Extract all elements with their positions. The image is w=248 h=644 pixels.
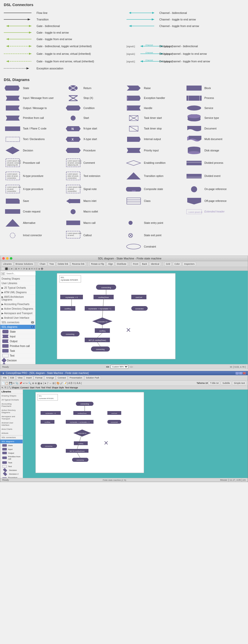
rect-tool: □ (7, 386, 8, 389)
win-close[interactable]: ✕ (243, 372, 246, 374)
win-lib-arttools[interactable]: Arttools (0, 431, 23, 435)
win-insert-btn[interactable]: Insert (24, 376, 33, 380)
distribute-btn[interactable]: Distribute (115, 262, 128, 266)
lib-accounting[interactable]: ▶ Accounting Flowcharts (0, 302, 35, 307)
sidebar-decision[interactable]: Decision (0, 358, 35, 363)
win-shape-input[interactable]: Input (0, 447, 23, 451)
shape-onpage-ref: On-page reference (185, 183, 244, 195)
browse-solutions-btn[interactable]: Browse Solutions (14, 262, 35, 266)
win-shape-output[interactable]: Output (0, 451, 23, 455)
win-title-txt-btn[interactable]: T-title txt (208, 381, 220, 385)
svg-text:conConf: conConf (111, 413, 117, 414)
lib-aerospace[interactable]: ▶ Aerospace and Transport (0, 311, 35, 316)
win-shape-primitive[interactable]: Primitive from call (0, 455, 23, 461)
win-shape-state[interactable]: State (0, 444, 23, 447)
sidebar-task[interactable]: Task (0, 348, 35, 353)
lib-aws[interactable]: ▶ AWS Architecture Diagrams (0, 295, 35, 302)
front-btn[interactable]: Front (131, 262, 140, 266)
svg-rect-71 (5, 126, 20, 131)
lib-sdl-connectors[interactable]: SDL connectors 0 (0, 320, 35, 325)
win-minimize[interactable]: _ (236, 372, 239, 374)
lib-drawing-shapes[interactable]: Drawing Shapes (0, 277, 35, 281)
rotate-flip-btn[interactable]: Rotate & Flip (89, 262, 106, 266)
sidebar-state[interactable]: State (0, 329, 35, 334)
macro-outlet-label: Macro outlet (83, 210, 98, 213)
win-shape-decision[interactable]: Decision (0, 468, 23, 472)
win-sidebar: Libraries Drawing Shapes 25 Typical Orch… (0, 390, 23, 478)
svg-text:[signal1]: [signal1] (127, 45, 135, 48)
lib-user-libraries[interactable]: User Libraries (0, 281, 35, 286)
win-simple-text-btn[interactable]: Simple text (232, 381, 246, 385)
channel-from-label: Channel - toggle from end arrow (159, 24, 199, 28)
reverse-link-btn[interactable]: Reverse link (71, 262, 86, 266)
delete-link-btn[interactable]: Delete link (56, 262, 70, 266)
identical-btn[interactable]: Identical (149, 262, 161, 266)
text-manage-label: Text Manage (65, 386, 78, 389)
zoom-select[interactable]: Custom 56% (111, 365, 128, 369)
shape-composite: Composite state (125, 183, 184, 195)
gate-bi-icon (4, 24, 34, 28)
sidebar-text[interactable]: Text (0, 353, 35, 358)
win-lib-orcharts[interactable]: 25 Typical Orcharts (0, 398, 23, 402)
lib-orcharts[interactable]: ▶ 25 Typical Orcharts (0, 286, 35, 290)
task-icon (5, 126, 21, 132)
search-input[interactable] (5, 272, 36, 276)
win-edit-btn[interactable]: Edit (9, 376, 16, 380)
maximize-button[interactable] (10, 257, 12, 260)
win-lib-sdl-conn[interactable]: SDL connectors (0, 435, 23, 440)
win-presentation-btn[interactable]: Presentation (68, 376, 84, 380)
grid-btn[interactable]: Grid (164, 262, 172, 266)
macro-inlet-label: Macro inlet (83, 199, 96, 203)
win-connect-btn[interactable]: Connect (56, 376, 68, 380)
lib-active-dir[interactable]: ▶ Active Directory Diagrams (0, 307, 35, 311)
sidebar-input[interactable]: Input (0, 334, 35, 339)
canvas-1[interactable]: DCL myVariable INTEGER; connecting myVar… (36, 271, 248, 364)
chain-btn[interactable]: Chain (38, 262, 47, 266)
win-file-btn[interactable]: File (2, 376, 8, 380)
win-solution-btn[interactable]: Solution Park (84, 376, 101, 380)
win-format-btn[interactable]: Format (34, 376, 44, 380)
win-arrange-btn[interactable]: Arrange (44, 376, 55, 380)
sidebar-primitive[interactable]: Primitive from call (0, 344, 35, 348)
minimize-button[interactable] (6, 257, 9, 260)
win-lib-activedir[interactable]: Active Directory Diagrams (0, 408, 23, 415)
create-req-label: Create request (23, 210, 40, 213)
win-view-btn[interactable]: View (16, 376, 24, 380)
tree-btn[interactable]: Tree (48, 262, 55, 266)
lib-android[interactable]: ▶ Android User Interface (0, 316, 35, 320)
win-lib-accounting[interactable]: Accounting Flowcharts (0, 402, 23, 408)
svg-marker-132 (6, 219, 20, 227)
disk-storage-label: Disk storage (204, 149, 219, 152)
win-lib-aerospace[interactable]: Aerospace and Transport (0, 415, 23, 421)
win-canvas[interactable]: DCL myVariable INTEGER; connecting myVar… (23, 390, 248, 478)
shape-transition-opt: Transition option (125, 170, 184, 182)
lib-atm-uml[interactable]: ▶ ATM UML Diagrams (0, 290, 35, 295)
win-lib-drawing[interactable]: Drawing Shapes (0, 394, 23, 398)
shape-input: Input / Message from user (4, 94, 63, 103)
win-lib-sdl-diag[interactable]: SDL diagrams (0, 440, 23, 444)
win-shape-task-icon (2, 461, 7, 464)
connector-gate-end-v: Gate - toggle to end arrow, virtual (inh… (4, 50, 121, 57)
inspectors-btn[interactable]: Inspectors (182, 262, 196, 266)
shape-n-start: N N-type start (64, 124, 123, 133)
win-shape-proc-call[interactable]: Procedure call (0, 476, 23, 478)
align-btn[interactable]: Align (106, 262, 114, 266)
win-shape-text[interactable]: Text (0, 465, 23, 468)
sidebar-collapse-btn[interactable]: ◁ (1, 272, 5, 275)
color-btn[interactable]: Color (173, 262, 181, 266)
win-lib-area[interactable]: Area Charts (0, 427, 23, 431)
back-btn[interactable]: Back (140, 262, 148, 266)
close-button[interactable] (2, 257, 5, 260)
win-lib-android[interactable]: Android User Interface (0, 421, 23, 427)
win-maximize[interactable]: □ (239, 372, 242, 374)
win-shape-decision2[interactable]: Decision 2 (0, 472, 23, 476)
sidebar-decision2[interactable]: Decision 2 (0, 363, 35, 364)
shape-constraint: Constraint (125, 243, 184, 251)
win-subtitle-btn[interactable]: Subtitle (221, 381, 231, 385)
win-shape-task[interactable]: Task (0, 461, 23, 465)
gate-from-icon (4, 37, 34, 41)
sidebar-output[interactable]: Output (0, 339, 35, 344)
libraries-btn[interactable]: Libraries (2, 262, 13, 266)
lib-sdl-diagrams[interactable]: SDL diagrams 0 (0, 325, 35, 329)
shape-ext-header: Lorem ipsum dolor Extended header (185, 207, 244, 216)
